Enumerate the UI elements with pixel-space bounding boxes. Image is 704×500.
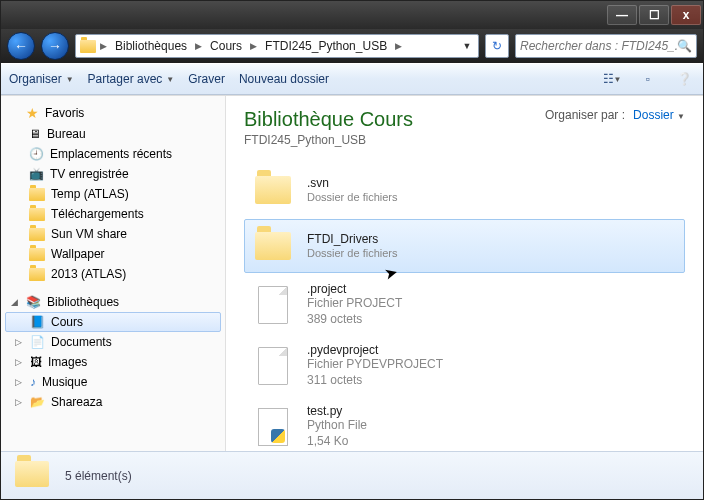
navbar: ← → ▶ Bibliothèques ▶ Cours ▶ FTDI245_Py… (1, 29, 703, 63)
sidebar-item-temp[interactable]: Temp (ATLAS) (1, 184, 225, 204)
search-input[interactable] (520, 39, 677, 53)
documents-icon: 📄 (30, 335, 45, 349)
file-icon (253, 285, 293, 325)
sidebar-item-images[interactable]: ▷🖼Images (1, 352, 225, 372)
search-box[interactable]: 🔍 (515, 34, 697, 58)
navigation-pane: ★ Favoris 🖥Bureau 🕘Emplacements récents … (1, 96, 226, 451)
help-icon[interactable]: ❔ (673, 68, 695, 90)
sidebar-item-shareaza[interactable]: ▷📂Shareaza (1, 392, 225, 412)
folder-icon (253, 226, 293, 266)
file-item-pydevproject[interactable]: .pydevproject Fichier PYDEVPROJECT311 oc… (244, 336, 685, 395)
titlebar: — ☐ x (1, 1, 703, 29)
library-subtitle: FTDI245_Python_USB (244, 133, 413, 147)
pictures-icon: 🖼 (30, 355, 42, 369)
new-folder-button[interactable]: Nouveau dossier (239, 72, 329, 86)
libraries-header[interactable]: ◢ 📚 Bibliothèques (1, 292, 225, 312)
desktop-icon: 🖥 (29, 127, 41, 141)
folder-icon (29, 268, 45, 281)
organize-by-dropdown[interactable]: Dossier ▼ (633, 108, 685, 122)
sidebar-item-tv[interactable]: 📺TV enregistrée (1, 164, 225, 184)
explorer-window: — ☐ x ← → ▶ Bibliothèques ▶ Cours ▶ FTDI… (0, 0, 704, 500)
sidebar-item-bureau[interactable]: 🖥Bureau (1, 124, 225, 144)
sidebar-item-recent[interactable]: 🕘Emplacements récents (1, 144, 225, 164)
sidebar-item-wallpaper[interactable]: Wallpaper (1, 244, 225, 264)
file-item-testpy[interactable]: test.py Python File1,54 Ko (244, 397, 685, 451)
maximize-button[interactable]: ☐ (639, 5, 669, 25)
chevron-icon[interactable]: ▶ (193, 41, 204, 51)
python-file-icon (253, 407, 293, 447)
preview-pane-icon[interactable]: ▫ (637, 68, 659, 90)
recent-icon: 🕘 (29, 147, 44, 161)
file-icon (253, 346, 293, 386)
sidebar-item-music[interactable]: ▷♪Musique (1, 372, 225, 392)
organize-by: Organiser par : Dossier ▼ (545, 108, 685, 122)
chevron-icon[interactable]: ▶ (98, 41, 109, 51)
location-icon (78, 36, 98, 56)
sidebar-item-cours[interactable]: 📘Cours (5, 312, 221, 332)
library-icon: 📘 (30, 315, 45, 329)
folder-icon (29, 208, 45, 221)
library-header: Bibliothèque Cours FTDI245_Python_USB Or… (244, 108, 685, 147)
library-icon: 📚 (26, 295, 41, 309)
share-icon: 📂 (30, 395, 45, 409)
chevron-down-icon: ▼ (166, 75, 174, 84)
sidebar-item-sunvm[interactable]: Sun VM share (1, 224, 225, 244)
folder-icon (29, 248, 45, 261)
sidebar-item-2013[interactable]: 2013 (ATLAS) (1, 264, 225, 284)
back-button[interactable]: ← (7, 32, 35, 60)
crumb-cours[interactable]: Cours (204, 35, 248, 57)
status-bar: 5 élément(s) (1, 451, 703, 499)
view-options-icon[interactable]: ☷ ▼ (601, 68, 623, 90)
address-bar[interactable]: ▶ Bibliothèques ▶ Cours ▶ FTDI245_Python… (75, 34, 479, 58)
status-text: 5 élément(s) (65, 469, 132, 483)
content-area: ★ Favoris 🖥Bureau 🕘Emplacements récents … (1, 95, 703, 451)
burn-button[interactable]: Graver (188, 72, 225, 86)
expander-icon[interactable]: ◢ (9, 297, 20, 308)
minimize-button[interactable]: — (607, 5, 637, 25)
forward-button[interactable]: → (41, 32, 69, 60)
address-dropdown[interactable]: ▼ (458, 41, 476, 51)
sidebar-item-documents[interactable]: ▷📄Documents (1, 332, 225, 352)
close-button[interactable]: x (671, 5, 701, 25)
toolbar: Organiser ▼ Partager avec ▼ Graver Nouve… (1, 63, 703, 95)
refresh-button[interactable]: ↻ (485, 34, 509, 58)
sidebar-item-downloads[interactable]: Téléchargements (1, 204, 225, 224)
file-item-project[interactable]: .project Fichier PROJECT389 octets (244, 275, 685, 334)
folder-icon (15, 461, 51, 491)
file-list-area: Bibliothèque Cours FTDI245_Python_USB Or… (226, 96, 703, 451)
chevron-icon[interactable]: ▶ (248, 41, 259, 51)
folder-icon (253, 170, 293, 210)
organize-menu[interactable]: Organiser ▼ (9, 72, 74, 86)
folder-icon (29, 228, 45, 241)
share-menu[interactable]: Partager avec ▼ (88, 72, 175, 86)
crumb-folder[interactable]: FTDI245_Python_USB (259, 35, 393, 57)
expander-icon[interactable]: ▷ (13, 397, 24, 408)
expander-icon[interactable] (9, 108, 20, 119)
chevron-down-icon: ▼ (677, 112, 685, 121)
star-icon: ★ (26, 105, 39, 121)
chevron-icon[interactable]: ▶ (393, 41, 404, 51)
search-icon[interactable]: 🔍 (677, 39, 692, 53)
libraries-label: Bibliothèques (47, 295, 119, 309)
file-item-ftdi-drivers[interactable]: FTDI_Drivers Dossier de fichiers (244, 219, 685, 273)
file-item-svn[interactable]: .svn Dossier de fichiers (244, 163, 685, 217)
folder-icon (29, 188, 45, 201)
music-icon: ♪ (30, 375, 36, 389)
favorites-header[interactable]: ★ Favoris (1, 102, 225, 124)
library-title: Bibliothèque Cours (244, 108, 413, 131)
tv-icon: 📺 (29, 167, 44, 181)
expander-icon[interactable]: ▷ (13, 377, 24, 388)
favorites-label: Favoris (45, 106, 84, 120)
chevron-down-icon: ▼ (66, 75, 74, 84)
expander-icon[interactable]: ▷ (13, 337, 24, 348)
crumb-libraries[interactable]: Bibliothèques (109, 35, 193, 57)
expander-icon[interactable]: ▷ (13, 357, 24, 368)
